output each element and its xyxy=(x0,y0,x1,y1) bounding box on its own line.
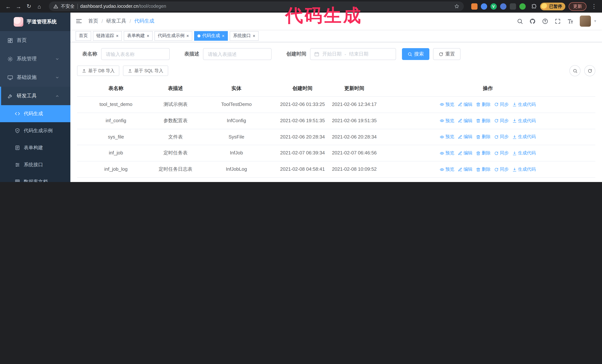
sidebar-submenu: 代码生成代码生成示例表单构建系统接口数据库文档 xyxy=(0,105,70,182)
breadcrumb: 首页/研发工具/代码生成 xyxy=(88,18,154,24)
tab-close-icon[interactable]: × xyxy=(222,33,225,38)
row-action-sync[interactable]: 同步 xyxy=(494,101,509,108)
date-separator: - xyxy=(344,51,346,57)
extension-people-icon[interactable] xyxy=(500,3,506,10)
extensions-puzzle-icon[interactable] xyxy=(531,3,537,9)
reload-icon[interactable]: ↻ xyxy=(24,2,33,11)
row-action-generate[interactable]: 生成代码 xyxy=(512,150,536,157)
tab-home[interactable]: 首页 xyxy=(75,31,91,41)
table-name-cell: inf_api_access_log xyxy=(77,177,155,182)
table-name-cell: sys_file xyxy=(77,129,155,145)
extension-blue-icon[interactable] xyxy=(481,3,487,10)
profile-chip[interactable]: 已暂停 xyxy=(540,2,565,10)
extension-orange-icon[interactable] xyxy=(471,3,477,10)
security-warning-label: 不安全 xyxy=(61,3,75,10)
row-action-preview[interactable]: 预览 xyxy=(440,117,454,124)
import-sql-button[interactable]: 基于 SQL 导入 xyxy=(123,65,168,76)
breadcrumb-item-1[interactable]: 研发工具 xyxy=(106,18,126,24)
refresh-table-button[interactable] xyxy=(584,65,595,76)
sidebar-item-devtools[interactable]: 研发工具 xyxy=(0,87,70,105)
sidebar-item-system[interactable]: 系统管理 xyxy=(0,50,70,68)
avatar-caret-icon[interactable]: ▼ xyxy=(593,19,597,23)
user-avatar[interactable] xyxy=(580,16,591,27)
fullscreen-icon[interactable] xyxy=(555,18,561,24)
created-cell: 2021-02-06 19:51:35 xyxy=(277,113,328,129)
tab-codegen-example[interactable]: 代码生成示例× xyxy=(154,31,192,41)
home-icon[interactable]: ⌂ xyxy=(35,2,44,11)
sidebar-subitem-codegen[interactable]: 代码生成 xyxy=(0,105,70,122)
row-action-preview[interactable]: 预览 xyxy=(440,134,454,141)
row-action-delete[interactable]: 删除 xyxy=(476,150,491,157)
breadcrumb-item-0[interactable]: 首页 xyxy=(88,18,98,24)
row-action-preview[interactable]: 预览 xyxy=(440,150,454,157)
github-icon[interactable] xyxy=(529,18,536,24)
row-action-generate[interactable]: 生成代码 xyxy=(512,134,536,141)
row-action-generate[interactable]: 生成代码 xyxy=(512,101,536,108)
show-search-button[interactable] xyxy=(570,65,580,76)
font-size-icon[interactable] xyxy=(567,18,573,24)
tab-api[interactable]: 系统接口× xyxy=(230,31,258,41)
extensions-area: V xyxy=(471,3,526,10)
row-action-sync[interactable]: 同步 xyxy=(494,134,509,141)
tab-close-icon[interactable]: × xyxy=(253,33,255,38)
row-action-generate[interactable]: 生成代码 xyxy=(512,117,536,124)
eye-icon xyxy=(440,118,444,123)
row-action-delete[interactable]: 删除 xyxy=(476,166,491,173)
sidebar-item-infra[interactable]: 基础设施 xyxy=(0,68,70,87)
row-action-preview[interactable]: 预览 xyxy=(440,101,454,108)
chevron-up-icon xyxy=(55,94,59,98)
extension-green-v-icon[interactable]: V xyxy=(490,3,497,10)
sidebar-item-home[interactable]: 首页 xyxy=(0,31,70,50)
row-action-sync[interactable]: 同步 xyxy=(494,166,509,173)
tab-form-builder[interactable]: 表单构建× xyxy=(124,31,153,41)
bookmark-star-icon[interactable] xyxy=(454,4,459,9)
row-action-sync[interactable]: 同步 xyxy=(494,150,509,157)
browser-menu-icon[interactable]: ⋮ xyxy=(590,3,598,10)
import-db-button[interactable]: 基于 DB 导入 xyxy=(77,65,119,76)
extension-leaf-icon[interactable] xyxy=(519,3,526,10)
row-action-edit[interactable]: 编辑 xyxy=(458,117,472,124)
tab-close-icon[interactable]: × xyxy=(147,33,149,38)
tab-close-icon[interactable]: × xyxy=(186,33,189,38)
sidebar: 芋道管理系统 首页系统管理基础设施研发工具代码生成代码生成示例表单构建系统接口数… xyxy=(0,13,70,182)
address-bar[interactable]: 不安全 dashboard.yudao.iocoder.cn/tool/code… xyxy=(49,1,464,11)
search-button[interactable]: 搜索 xyxy=(402,48,429,60)
sidebar-subitem-api[interactable]: 系统接口 xyxy=(0,156,70,173)
reset-button[interactable]: 重置 xyxy=(433,48,461,60)
sidebar-subitem-db-doc[interactable]: 数据库文档 xyxy=(0,173,70,182)
hamburger-icon[interactable] xyxy=(75,18,82,24)
download-icon xyxy=(512,167,517,172)
row-action-sync[interactable]: 同步 xyxy=(494,117,509,124)
browser-update-button[interactable]: 更新 xyxy=(569,2,586,10)
back-icon[interactable]: ← xyxy=(4,2,13,11)
date-range-picker[interactable]: 开始日期 - 结束日期 xyxy=(310,48,396,60)
row-action-edit[interactable]: 编辑 xyxy=(458,134,472,141)
row-action-delete[interactable]: 删除 xyxy=(476,117,491,124)
trash-icon xyxy=(476,151,481,156)
row-action-preview[interactable]: 预览 xyxy=(440,166,454,173)
sidebar-item-label: 首页 xyxy=(17,37,27,44)
row-action-delete[interactable]: 删除 xyxy=(476,101,491,108)
row-action-edit[interactable]: 编辑 xyxy=(458,101,472,108)
help-icon[interactable] xyxy=(542,18,548,24)
search-icon[interactable] xyxy=(517,18,523,24)
extension-dark-icon[interactable] xyxy=(510,3,516,10)
eye-icon xyxy=(440,151,444,156)
actions-cell: 预览编辑删除同步生成代码 xyxy=(380,129,595,145)
column-header: 创建时间 xyxy=(277,81,328,96)
row-action-edit[interactable]: 编辑 xyxy=(458,150,472,157)
tab-trace[interactable]: 链路追踪× xyxy=(93,31,122,41)
row-action-delete[interactable]: 删除 xyxy=(476,134,491,141)
search-button-icon xyxy=(408,52,412,56)
tab-close-icon[interactable]: × xyxy=(116,33,118,38)
updated-cell: 2021-02-07 06:46:56 xyxy=(328,145,380,161)
sidebar-subitem-codegen-example[interactable]: 代码生成示例 xyxy=(0,122,70,139)
forward-icon[interactable]: → xyxy=(14,2,23,11)
table-desc-input[interactable] xyxy=(203,48,271,60)
table-name-input[interactable] xyxy=(101,48,170,60)
row-action-edit[interactable]: 编辑 xyxy=(458,166,472,173)
sidebar-subitem-form-builder[interactable]: 表单构建 xyxy=(0,139,70,156)
tab-codegen[interactable]: 代码生成× xyxy=(194,31,228,41)
row-action-generate[interactable]: 生成代码 xyxy=(512,166,536,173)
upload-icon xyxy=(128,69,132,73)
